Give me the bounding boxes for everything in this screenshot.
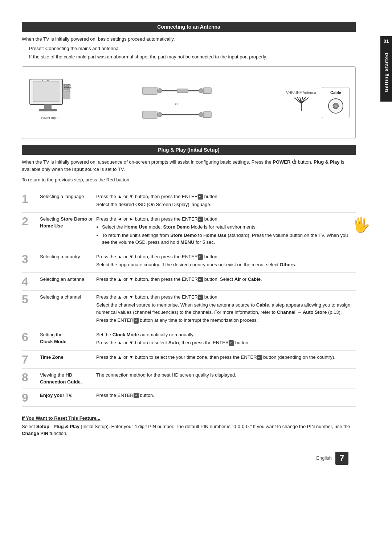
step-cols-7: Time Zone Press the ▲ or ▼ button to sel… (40, 354, 335, 362)
svg-point-19 (199, 89, 203, 93)
step-right-9: Press the ENTER↵ button. (96, 392, 154, 400)
step-number-1: 1 (22, 193, 36, 205)
step-left-4: Selecting an antenna (40, 276, 96, 283)
step-row-6: 6 Setting theClock Mode Set the Clock Mo… (22, 328, 356, 350)
step-row-1: 1 Selecting a language Press the ▲ or ▼ … (22, 190, 356, 212)
svg-rect-21 (143, 111, 157, 118)
svg-rect-4 (44, 104, 52, 110)
step-right-8: The connection method for the best HD sc… (96, 371, 236, 380)
step-cols-2: Selecting Store Demo or Home Use Press t… (40, 215, 356, 247)
step-number-8: 8 (22, 371, 36, 383)
step-number-5: 5 (22, 293, 36, 305)
or-text: or (175, 102, 179, 106)
svg-point-2 (42, 80, 43, 81)
svg-rect-11 (67, 90, 69, 92)
step-left-3: Selecting a country (40, 253, 96, 260)
if-you-want-section: If You Want to Reset This Feature... Sel… (22, 415, 356, 437)
step-right-2: Press the ◄ or ► button, then press the … (96, 215, 356, 247)
svg-point-24 (199, 112, 203, 117)
step-left-7: Time Zone (40, 354, 96, 361)
svg-point-15 (158, 89, 162, 93)
step-left-1: Selecting a language (40, 193, 96, 200)
step-number-7: 7 (22, 354, 36, 365)
power-label: Power Input (28, 116, 72, 120)
step-row-5: 5 Selecting a channel Press the ▲ or ▼ b… (22, 290, 356, 328)
section1-header: Connecting to an Antenna (22, 22, 356, 32)
steps-container: 1 Selecting a language Press the ▲ or ▼ … (22, 190, 356, 407)
if-you-want-title: If You Want to Reset This Feature... (22, 415, 356, 421)
step-left-2: Selecting Store Demo or Home Use (40, 215, 96, 230)
hand-icon: 🖐 (352, 216, 370, 233)
step-row-4: 4 Selecting an antenna Press the ▲ or ▼ … (22, 272, 356, 290)
step-left-6: Setting theClock Mode (40, 331, 96, 345)
step-cols-6: Setting theClock Mode Set the Clock Mode… (40, 331, 250, 348)
connector-svg-top (141, 83, 213, 98)
content-area: Connecting to an Antenna When the TV is … (22, 22, 356, 437)
svg-point-3 (47, 80, 49, 81)
step-cols-8: Viewing the HD Connection Guide. The con… (40, 371, 236, 386)
step-cols-4: Selecting an antenna Press the ▲ or ▼ bu… (40, 276, 262, 284)
step-number-6: 6 (22, 331, 36, 343)
antenna-section: VHF/UHF Antenna (286, 91, 316, 114)
cable-section: Cable (322, 87, 350, 118)
step-right-5: Press the ▲ or ▼ button, then press the … (96, 293, 356, 325)
svg-rect-5 (39, 109, 57, 111)
vhf-label: VHF/UHF Antenna (286, 91, 316, 95)
step-cols-3: Selecting a country Press the ▲ or ▼ but… (40, 253, 296, 270)
step-cols-9: Enjoy your TV. Press the ENTER↵ button. (40, 392, 154, 400)
preset-text: Preset: Connecting the mains and antenna… (29, 45, 356, 52)
cable-note: If the size of the cable mold part was a… (29, 53, 356, 61)
svg-point-22 (158, 112, 162, 117)
step-right-3: Press the ▲ or ▼ button, then press the … (96, 253, 296, 270)
svg-rect-17 (177, 89, 188, 93)
step-row-7: 7 Time Zone Press the ▲ or ▼ button to s… (22, 350, 356, 368)
connector-svg-bottom (141, 107, 213, 122)
cable-label: Cable (330, 90, 341, 95)
step-row-8: 8 Viewing the HD Connection Guide. The c… (22, 368, 356, 389)
antenna-svg (290, 96, 312, 114)
side-tab-number: 01 (380, 36, 392, 46)
footer-lang: English (316, 455, 332, 461)
svg-text:DIGITAL: DIGITAL (64, 84, 71, 86)
svg-rect-1 (33, 82, 59, 102)
page-container: Getting Started 01 Connecting to an Ante… (0, 0, 392, 542)
side-tab-label: Getting Started (384, 53, 389, 93)
step-number-4: 4 (22, 276, 36, 287)
plug-play-sub: To return to the previous step, press th… (22, 176, 356, 184)
diagram-inner: DIGITAL AUDIO OUT ANT IN EXT(RGB) Power … (28, 77, 350, 128)
connector-area: or (75, 83, 279, 122)
cable-connector-svg (327, 97, 345, 115)
plug-play-intro: When the TV is initially powered on, a s… (22, 159, 356, 174)
step-cols-1: Selecting a language Press the ▲ or ▼ bu… (40, 193, 219, 209)
section2-header: Plug & Play (Initial Setup) (22, 145, 356, 155)
footer-page: 7 (335, 452, 348, 465)
page-footer: English 7 (22, 452, 370, 465)
svg-point-35 (335, 105, 337, 107)
svg-text:EXT(RGB): EXT(RGB) (67, 87, 72, 89)
step-number-2: 2 (22, 215, 36, 227)
step-right-4: Press the ▲ or ▼ button, then press the … (96, 276, 262, 284)
svg-rect-20 (203, 88, 211, 94)
step-row-3: 3 Selecting a country Press the ▲ or ▼ b… (22, 250, 356, 272)
step-right-1: Press the ▲ or ▼ button, then press the … (96, 193, 219, 209)
if-you-want-text: Select Setup - Plug & Play (Initial Setu… (22, 423, 356, 437)
intro1-text: When the TV is initially powered on, bas… (22, 36, 356, 43)
step-row-9: 9 Enjoy your TV. Press the ENTER↵ button… (22, 389, 356, 407)
step-number-3: 3 (22, 253, 36, 265)
step-right-6: Set the Clock Mode automatically or manu… (96, 331, 250, 348)
step-row-2: 2 Selecting Store Demo or Home Use Press… (22, 212, 356, 250)
svg-rect-25 (203, 112, 211, 118)
svg-rect-10 (64, 90, 66, 92)
step-cols-5: Selecting a channel Press the ▲ or ▼ but… (40, 293, 356, 325)
tv-illustration: DIGITAL AUDIO OUT ANT IN EXT(RGB) Power … (28, 77, 75, 128)
step-number-9: 9 (22, 392, 36, 403)
svg-rect-14 (143, 87, 157, 94)
step-left-8: Viewing the HD Connection Guide. (40, 371, 96, 386)
step-right-7: Press the ▲ or ▼ button to select the yo… (96, 354, 335, 362)
side-tab: Getting Started (380, 44, 392, 102)
step-left-5: Selecting a channel (40, 293, 96, 301)
antenna-diagram: DIGITAL AUDIO OUT ANT IN EXT(RGB) Power … (22, 66, 356, 139)
tv-svg: DIGITAL AUDIO OUT ANT IN EXT(RGB) (28, 77, 72, 114)
step-left-9: Enjoy your TV. (40, 392, 96, 399)
